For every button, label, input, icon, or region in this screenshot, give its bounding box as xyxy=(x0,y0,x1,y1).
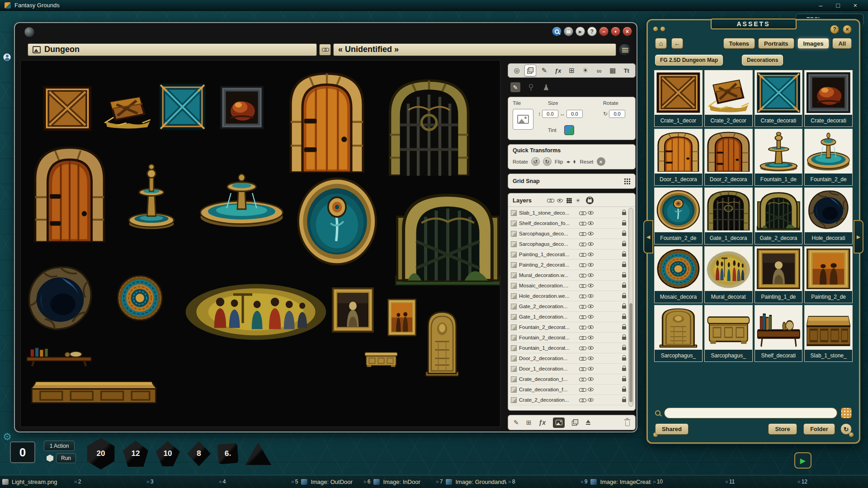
layer-row[interactable]: Shelf_decoration_fo... xyxy=(511,218,626,229)
hotbar-slot-10[interactable]: »10 xyxy=(651,475,723,488)
layer-lock-icon[interactable] xyxy=(622,347,626,350)
layer-link-icon[interactable] xyxy=(579,273,585,277)
asset-door2[interactable]: Door_2_decora xyxy=(704,129,753,186)
layer-visibility-icon[interactable] xyxy=(588,232,594,235)
layer-lock-icon[interactable] xyxy=(622,212,626,215)
layer-row[interactable]: Fountain_1_decorat... xyxy=(511,343,626,353)
breadcrumb-button[interactable]: FG 2.5D Dungeon Map xyxy=(655,55,723,66)
zoom-button[interactable] xyxy=(552,27,561,36)
canvas-item-mosaic[interactable] xyxy=(116,274,164,322)
canvas-item-door1[interactable] xyxy=(288,70,366,173)
pointer-tool-icon[interactable]: ◎ xyxy=(511,65,523,76)
layer-row[interactable]: Door_1_decoration... xyxy=(511,364,626,374)
asset-fountain1[interactable]: Fountain_1_de xyxy=(755,129,803,186)
d20-die[interactable]: 20 xyxy=(86,438,116,469)
mask-tool-icon[interactable]: ▦ xyxy=(607,65,618,76)
layer-row[interactable]: Slab_1_stone_deco... xyxy=(511,208,626,218)
layer-row[interactable]: Fountain_2_decorat... xyxy=(511,333,626,343)
link-all-icon[interactable] xyxy=(547,198,553,202)
layer-link-icon[interactable] xyxy=(579,305,585,309)
store-button[interactable]: Store xyxy=(768,423,797,435)
d12-die[interactable]: 12 xyxy=(123,441,148,467)
asset-fountain2[interactable]: Fountain_2_de xyxy=(804,129,853,186)
d6-die[interactable]: 6. xyxy=(217,443,239,465)
d10-die[interactable]: 10 xyxy=(156,441,180,466)
maximize-button[interactable]: □ xyxy=(836,2,840,9)
brush-tool-icon[interactable]: ✎ xyxy=(538,65,550,76)
assets-home-button[interactable]: ⌂ xyxy=(655,38,667,49)
add-effect-button[interactable]: ƒx xyxy=(538,419,546,426)
user-identity-icon[interactable] xyxy=(3,53,11,61)
hotbar-slot-4[interactable]: »4 xyxy=(217,475,289,488)
refresh-button[interactable]: ↻ xyxy=(840,423,852,435)
canvas-item-crate4[interactable] xyxy=(220,86,264,129)
layer-visibility-icon[interactable] xyxy=(588,211,594,215)
layer-link-icon[interactable] xyxy=(579,242,585,246)
window-menu-button[interactable] xyxy=(618,43,631,56)
layer-row[interactable]: Gate_1_decoration... xyxy=(511,312,626,322)
asset-painting1[interactable]: Painting_1_de xyxy=(755,246,803,303)
layer-row[interactable]: Crate_2_decoration... xyxy=(511,395,626,405)
tint-color-swatch[interactable] xyxy=(564,125,574,135)
hotbar-slot-7[interactable]: »7Image: GroundandW xyxy=(434,475,506,488)
asset-gate1[interactable]: Gate_1_decora xyxy=(704,188,753,244)
layer-visibility-icon[interactable] xyxy=(588,294,594,298)
modifier-box[interactable]: 0 xyxy=(10,441,35,463)
asset-crate3[interactable]: Crate_decorati xyxy=(755,70,803,127)
run-button[interactable]: Run xyxy=(56,453,76,463)
canvas-item-gate2[interactable] xyxy=(395,188,500,286)
layer-visibility-icon[interactable] xyxy=(588,336,594,339)
map-name-field[interactable]: Dungeon xyxy=(28,43,317,56)
canvas-item-fountain1[interactable] xyxy=(125,162,178,230)
layers-tool-icon[interactable] xyxy=(524,65,536,76)
layer-link-icon[interactable] xyxy=(579,367,585,371)
canvas-item-crate1[interactable] xyxy=(43,86,92,131)
reset-button[interactable]: × xyxy=(597,157,605,166)
pin-tool-icon[interactable] xyxy=(526,82,536,92)
asset-shelf[interactable]: Shelf_decorati xyxy=(755,305,803,362)
close-window-button[interactable]: × xyxy=(623,27,632,36)
asset-door1[interactable]: Door_1_decora xyxy=(654,129,703,186)
canvas-item-gate1[interactable] xyxy=(387,77,471,176)
close-button[interactable]: × xyxy=(854,2,857,9)
layer-link-icon[interactable] xyxy=(579,294,585,298)
layer-link-icon[interactable] xyxy=(579,263,585,267)
asset-fountain2b[interactable]: Fountain_2_de xyxy=(654,188,703,244)
layer-link-icon[interactable] xyxy=(579,377,585,381)
layer-row[interactable]: Crate_decoration_f... xyxy=(511,385,626,395)
asset-crate1[interactable]: Crate_1_decor xyxy=(654,70,703,127)
asset-painting2[interactable]: Painting_2_de xyxy=(804,246,853,303)
flip-vertical-button[interactable]: ◂▸ xyxy=(572,160,577,163)
tab-tokens[interactable]: Tokens xyxy=(723,38,755,49)
layer-visibility-icon[interactable] xyxy=(588,357,594,360)
play-button[interactable]: ▶ xyxy=(794,452,811,469)
layer-visibility-icon[interactable] xyxy=(588,284,594,287)
layer-lock-icon[interactable] xyxy=(622,253,626,257)
asset-mosaic[interactable]: Mosaic_decora xyxy=(654,246,703,303)
canvas-item-fountain2[interactable] xyxy=(199,171,284,229)
canvas-item-slab[interactable] xyxy=(31,375,157,405)
add-grid-button[interactable]: ⊞ xyxy=(526,419,532,426)
layer-lock-icon[interactable] xyxy=(622,316,626,319)
canvas-item-painting2[interactable] xyxy=(387,299,416,336)
image-icon[interactable] xyxy=(33,46,41,53)
hotbar-slot-3[interactable]: »3 xyxy=(145,475,217,488)
canvas-item-painting1[interactable] xyxy=(332,287,374,333)
layer-row[interactable]: Mural_decoration.w... xyxy=(511,270,626,281)
rotate-input[interactable]: 0.0 xyxy=(609,110,625,118)
layer-link-icon[interactable] xyxy=(579,284,585,288)
action-button[interactable]: 1 Action xyxy=(44,441,75,451)
visibility-all-icon[interactable] xyxy=(557,199,563,202)
lighting-tool-icon[interactable]: ☀ xyxy=(580,65,591,76)
grid-all-icon[interactable] xyxy=(566,198,572,203)
layer-visibility-icon[interactable] xyxy=(588,388,594,391)
asset-mural[interactable]: Mural_decorat xyxy=(704,246,753,303)
layer-row[interactable]: Hole_decoration.we... xyxy=(511,291,626,301)
layer-link-icon[interactable] xyxy=(579,388,585,392)
layer-row[interactable]: Mosaic_decoration.... xyxy=(511,281,626,291)
layer-row[interactable]: Sarcophagus_deco... xyxy=(511,239,626,249)
assets-back-button[interactable]: ← xyxy=(671,38,683,49)
hotbar-slot-11[interactable]: »11 xyxy=(723,475,796,488)
layer-lock-icon[interactable] xyxy=(622,337,626,340)
layer-visibility-icon[interactable] xyxy=(588,346,594,350)
